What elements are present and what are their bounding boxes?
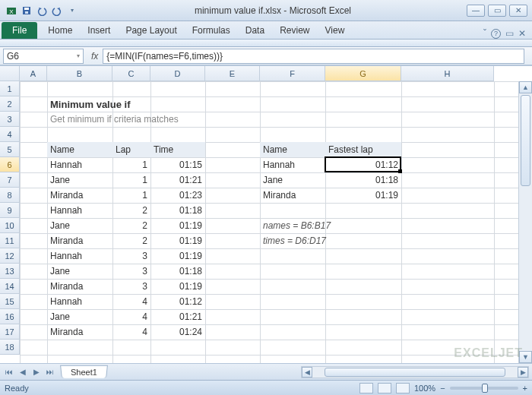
right-fast-1[interactable]: 01:18: [325, 172, 401, 188]
redo-icon[interactable]: [50, 4, 64, 17]
spreadsheet-grid[interactable]: ABCDEFGH 123456789101112131415161718 Min…: [0, 65, 532, 363]
select-all-corner[interactable]: [0, 66, 20, 81]
left-lap-10[interactable]: 4: [112, 309, 150, 324]
doc-close-icon[interactable]: ✕: [518, 28, 526, 39]
left-header-name[interactable]: Name: [47, 142, 112, 157]
excel-icon[interactable]: X: [5, 4, 18, 17]
tab-home[interactable]: Home: [40, 22, 80, 39]
right-name-2[interactable]: Miranda: [260, 188, 325, 203]
right-header-fast[interactable]: Fastest lap: [325, 142, 401, 157]
cells-area[interactable]: Minimum value ifGet minimum if criteria …: [20, 81, 518, 363]
left-lap-4[interactable]: 2: [112, 218, 150, 233]
row-header-11[interactable]: 11: [0, 233, 20, 248]
tab-data[interactable]: Data: [238, 22, 272, 39]
left-lap-11[interactable]: 4: [112, 324, 150, 340]
left-name-10[interactable]: Jane: [47, 309, 112, 324]
row-header-5[interactable]: 5: [0, 142, 20, 157]
left-time-8[interactable]: 01:19: [150, 279, 205, 294]
left-time-11[interactable]: 01:24: [150, 324, 205, 340]
ribbon-minimize-icon[interactable]: ˇ: [483, 28, 486, 39]
left-name-1[interactable]: Jane: [47, 172, 112, 188]
tab-nav-last[interactable]: ⏭: [44, 366, 56, 378]
right-fast-0[interactable]: 01:12: [325, 157, 401, 172]
row-header-16[interactable]: 16: [0, 309, 20, 324]
zoom-in-button[interactable]: +: [523, 384, 527, 393]
tab-insert[interactable]: Insert: [80, 22, 118, 39]
left-name-5[interactable]: Miranda: [47, 233, 112, 248]
tab-review[interactable]: Review: [272, 22, 317, 39]
left-lap-3[interactable]: 2: [112, 203, 150, 218]
row-header-12[interactable]: 12: [0, 248, 20, 264]
left-lap-1[interactable]: 1: [112, 172, 150, 188]
right-header-name[interactable]: Name: [260, 142, 325, 157]
left-lap-0[interactable]: 1: [112, 157, 150, 172]
left-name-3[interactable]: Hannah: [47, 203, 112, 218]
column-header-F[interactable]: F: [260, 66, 325, 81]
tab-nav-prev[interactable]: ◀: [17, 366, 29, 378]
sheet-tab-1[interactable]: Sheet1: [60, 365, 108, 378]
minimize-button[interactable]: —: [467, 5, 485, 17]
view-page-break-button[interactable]: [396, 383, 410, 393]
row-header-1[interactable]: 1: [0, 81, 20, 96]
left-time-3[interactable]: 01:18: [150, 203, 205, 218]
view-normal-button[interactable]: [359, 383, 373, 393]
zoom-out-button[interactable]: −: [440, 384, 445, 393]
scroll-right-button[interactable]: ▶: [518, 367, 528, 378]
left-name-7[interactable]: Jane: [47, 264, 112, 279]
scroll-up-button[interactable]: ▲: [519, 81, 532, 93]
note-times[interactable]: times = D6:D17: [260, 233, 401, 248]
left-lap-8[interactable]: 3: [112, 279, 150, 294]
help-icon[interactable]: ?: [491, 29, 501, 39]
vertical-scroll-thumb[interactable]: [521, 95, 530, 186]
left-name-0[interactable]: Hannah: [47, 157, 112, 172]
right-name-1[interactable]: Jane: [260, 172, 325, 188]
save-icon[interactable]: [20, 4, 33, 17]
row-header-9[interactable]: 9: [0, 203, 20, 218]
left-time-2[interactable]: 01:23: [150, 188, 205, 203]
left-name-11[interactable]: Miranda: [47, 324, 112, 340]
undo-icon[interactable]: [35, 4, 49, 17]
page-subtitle[interactable]: Get minimum if criteria matches: [47, 112, 260, 127]
row-header-13[interactable]: 13: [0, 264, 20, 279]
formula-bar[interactable]: {=MIN(IF(names=F6,times))}: [103, 49, 524, 64]
left-time-10[interactable]: 01:21: [150, 309, 205, 324]
fx-icon[interactable]: fx: [91, 51, 98, 62]
horizontal-scrollbar[interactable]: ◀ ▶: [301, 366, 529, 378]
left-time-1[interactable]: 01:21: [150, 172, 205, 188]
column-header-E[interactable]: E: [205, 66, 260, 81]
left-name-4[interactable]: Jane: [47, 218, 112, 233]
left-header-time[interactable]: Time: [150, 142, 205, 157]
row-header-7[interactable]: 7: [0, 172, 20, 188]
restore-button[interactable]: ▭: [488, 5, 506, 17]
left-name-2[interactable]: Miranda: [47, 188, 112, 203]
tab-formulas[interactable]: Formulas: [185, 22, 238, 39]
left-time-0[interactable]: 01:15: [150, 157, 205, 172]
left-name-6[interactable]: Hannah: [47, 248, 112, 264]
left-header-lap[interactable]: Lap: [112, 142, 150, 157]
left-name-8[interactable]: Miranda: [47, 279, 112, 294]
tab-nav-first[interactable]: ⏮: [3, 366, 15, 378]
row-header-3[interactable]: 3: [0, 112, 20, 127]
column-header-H[interactable]: H: [401, 66, 494, 81]
left-lap-5[interactable]: 2: [112, 233, 150, 248]
left-time-5[interactable]: 01:19: [150, 233, 205, 248]
row-header-6[interactable]: 6: [0, 157, 20, 172]
left-time-7[interactable]: 01:18: [150, 264, 205, 279]
page-title[interactable]: Minimum value if: [47, 96, 260, 112]
left-lap-6[interactable]: 3: [112, 248, 150, 264]
close-button[interactable]: ✕: [509, 5, 527, 17]
left-name-9[interactable]: Hannah: [47, 294, 112, 309]
column-header-C[interactable]: C: [112, 66, 150, 81]
row-header-4[interactable]: 4: [0, 127, 20, 142]
zoom-level[interactable]: 100%: [414, 384, 435, 393]
column-header-D[interactable]: D: [150, 66, 205, 81]
name-box-dropdown-icon[interactable]: ▾: [77, 52, 80, 59]
vertical-scrollbar[interactable]: ▲ ▼: [518, 81, 532, 363]
left-time-9[interactable]: 01:12: [150, 294, 205, 309]
file-tab[interactable]: File: [2, 22, 37, 39]
view-page-layout-button[interactable]: [378, 383, 391, 393]
row-header-2[interactable]: 2: [0, 96, 20, 112]
row-header-8[interactable]: 8: [0, 188, 20, 203]
scroll-left-button[interactable]: ◀: [302, 367, 312, 378]
column-header-A[interactable]: A: [20, 66, 47, 81]
